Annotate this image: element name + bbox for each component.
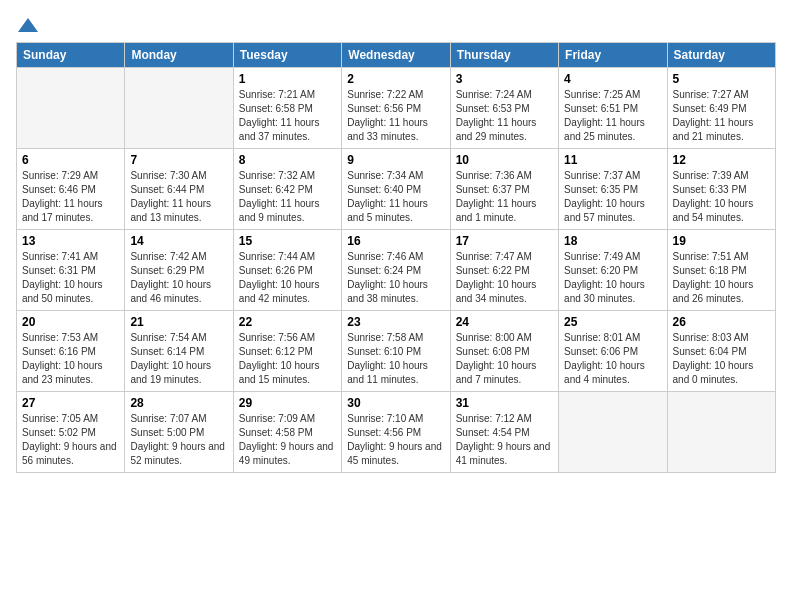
day-number: 16 xyxy=(347,234,444,248)
day-number: 24 xyxy=(456,315,553,329)
calendar-cell: 24Sunrise: 8:00 AM Sunset: 6:08 PM Dayli… xyxy=(450,311,558,392)
logo-bird-icon xyxy=(18,16,38,34)
day-info: Sunrise: 7:29 AM Sunset: 6:46 PM Dayligh… xyxy=(22,169,119,225)
calendar-cell xyxy=(17,68,125,149)
dow-header-saturday: Saturday xyxy=(667,43,775,68)
calendar-cell: 26Sunrise: 8:03 AM Sunset: 6:04 PM Dayli… xyxy=(667,311,775,392)
day-number: 6 xyxy=(22,153,119,167)
calendar-cell: 11Sunrise: 7:37 AM Sunset: 6:35 PM Dayli… xyxy=(559,149,667,230)
calendar-cell: 14Sunrise: 7:42 AM Sunset: 6:29 PM Dayli… xyxy=(125,230,233,311)
calendar-cell: 31Sunrise: 7:12 AM Sunset: 4:54 PM Dayli… xyxy=(450,392,558,473)
day-number: 2 xyxy=(347,72,444,86)
calendar-cell: 28Sunrise: 7:07 AM Sunset: 5:00 PM Dayli… xyxy=(125,392,233,473)
calendar-cell: 17Sunrise: 7:47 AM Sunset: 6:22 PM Dayli… xyxy=(450,230,558,311)
week-row-4: 20Sunrise: 7:53 AM Sunset: 6:16 PM Dayli… xyxy=(17,311,776,392)
day-info: Sunrise: 7:51 AM Sunset: 6:18 PM Dayligh… xyxy=(673,250,770,306)
day-number: 15 xyxy=(239,234,336,248)
day-info: Sunrise: 7:32 AM Sunset: 6:42 PM Dayligh… xyxy=(239,169,336,225)
calendar-cell: 5Sunrise: 7:27 AM Sunset: 6:49 PM Daylig… xyxy=(667,68,775,149)
calendar-cell xyxy=(667,392,775,473)
day-number: 11 xyxy=(564,153,661,167)
day-number: 13 xyxy=(22,234,119,248)
day-number: 9 xyxy=(347,153,444,167)
calendar-cell: 22Sunrise: 7:56 AM Sunset: 6:12 PM Dayli… xyxy=(233,311,341,392)
day-info: Sunrise: 7:34 AM Sunset: 6:40 PM Dayligh… xyxy=(347,169,444,225)
calendar-cell: 6Sunrise: 7:29 AM Sunset: 6:46 PM Daylig… xyxy=(17,149,125,230)
week-row-5: 27Sunrise: 7:05 AM Sunset: 5:02 PM Dayli… xyxy=(17,392,776,473)
day-number: 22 xyxy=(239,315,336,329)
day-number: 3 xyxy=(456,72,553,86)
day-number: 17 xyxy=(456,234,553,248)
calendar-cell: 8Sunrise: 7:32 AM Sunset: 6:42 PM Daylig… xyxy=(233,149,341,230)
day-info: Sunrise: 7:49 AM Sunset: 6:20 PM Dayligh… xyxy=(564,250,661,306)
day-info: Sunrise: 7:36 AM Sunset: 6:37 PM Dayligh… xyxy=(456,169,553,225)
day-info: Sunrise: 7:10 AM Sunset: 4:56 PM Dayligh… xyxy=(347,412,444,468)
day-number: 21 xyxy=(130,315,227,329)
calendar-body: 1Sunrise: 7:21 AM Sunset: 6:58 PM Daylig… xyxy=(17,68,776,473)
calendar-cell xyxy=(559,392,667,473)
week-row-3: 13Sunrise: 7:41 AM Sunset: 6:31 PM Dayli… xyxy=(17,230,776,311)
calendar-cell: 10Sunrise: 7:36 AM Sunset: 6:37 PM Dayli… xyxy=(450,149,558,230)
day-number: 29 xyxy=(239,396,336,410)
calendar-cell: 23Sunrise: 7:58 AM Sunset: 6:10 PM Dayli… xyxy=(342,311,450,392)
day-info: Sunrise: 7:56 AM Sunset: 6:12 PM Dayligh… xyxy=(239,331,336,387)
day-number: 8 xyxy=(239,153,336,167)
calendar-cell: 19Sunrise: 7:51 AM Sunset: 6:18 PM Dayli… xyxy=(667,230,775,311)
day-info: Sunrise: 7:09 AM Sunset: 4:58 PM Dayligh… xyxy=(239,412,336,468)
day-info: Sunrise: 7:42 AM Sunset: 6:29 PM Dayligh… xyxy=(130,250,227,306)
day-number: 14 xyxy=(130,234,227,248)
calendar-cell: 2Sunrise: 7:22 AM Sunset: 6:56 PM Daylig… xyxy=(342,68,450,149)
day-number: 23 xyxy=(347,315,444,329)
day-info: Sunrise: 7:24 AM Sunset: 6:53 PM Dayligh… xyxy=(456,88,553,144)
calendar-cell: 13Sunrise: 7:41 AM Sunset: 6:31 PM Dayli… xyxy=(17,230,125,311)
day-info: Sunrise: 8:01 AM Sunset: 6:06 PM Dayligh… xyxy=(564,331,661,387)
day-info: Sunrise: 8:00 AM Sunset: 6:08 PM Dayligh… xyxy=(456,331,553,387)
calendar-cell: 7Sunrise: 7:30 AM Sunset: 6:44 PM Daylig… xyxy=(125,149,233,230)
calendar-cell: 21Sunrise: 7:54 AM Sunset: 6:14 PM Dayli… xyxy=(125,311,233,392)
day-number: 31 xyxy=(456,396,553,410)
day-number: 25 xyxy=(564,315,661,329)
day-info: Sunrise: 7:21 AM Sunset: 6:58 PM Dayligh… xyxy=(239,88,336,144)
day-number: 5 xyxy=(673,72,770,86)
day-number: 10 xyxy=(456,153,553,167)
day-info: Sunrise: 7:44 AM Sunset: 6:26 PM Dayligh… xyxy=(239,250,336,306)
calendar-cell: 27Sunrise: 7:05 AM Sunset: 5:02 PM Dayli… xyxy=(17,392,125,473)
day-info: Sunrise: 7:46 AM Sunset: 6:24 PM Dayligh… xyxy=(347,250,444,306)
page-header xyxy=(16,16,776,32)
calendar-cell: 30Sunrise: 7:10 AM Sunset: 4:56 PM Dayli… xyxy=(342,392,450,473)
day-info: Sunrise: 7:47 AM Sunset: 6:22 PM Dayligh… xyxy=(456,250,553,306)
calendar-table: SundayMondayTuesdayWednesdayThursdayFrid… xyxy=(16,42,776,473)
day-number: 12 xyxy=(673,153,770,167)
day-number: 19 xyxy=(673,234,770,248)
day-info: Sunrise: 7:30 AM Sunset: 6:44 PM Dayligh… xyxy=(130,169,227,225)
dow-header-sunday: Sunday xyxy=(17,43,125,68)
day-info: Sunrise: 7:12 AM Sunset: 4:54 PM Dayligh… xyxy=(456,412,553,468)
day-number: 30 xyxy=(347,396,444,410)
day-number: 4 xyxy=(564,72,661,86)
day-info: Sunrise: 8:03 AM Sunset: 6:04 PM Dayligh… xyxy=(673,331,770,387)
calendar-cell: 15Sunrise: 7:44 AM Sunset: 6:26 PM Dayli… xyxy=(233,230,341,311)
days-of-week-row: SundayMondayTuesdayWednesdayThursdayFrid… xyxy=(17,43,776,68)
day-info: Sunrise: 7:05 AM Sunset: 5:02 PM Dayligh… xyxy=(22,412,119,468)
calendar-cell: 25Sunrise: 8:01 AM Sunset: 6:06 PM Dayli… xyxy=(559,311,667,392)
day-info: Sunrise: 7:25 AM Sunset: 6:51 PM Dayligh… xyxy=(564,88,661,144)
svg-marker-0 xyxy=(18,18,38,32)
calendar-cell: 20Sunrise: 7:53 AM Sunset: 6:16 PM Dayli… xyxy=(17,311,125,392)
day-number: 28 xyxy=(130,396,227,410)
dow-header-friday: Friday xyxy=(559,43,667,68)
day-number: 7 xyxy=(130,153,227,167)
day-info: Sunrise: 7:22 AM Sunset: 6:56 PM Dayligh… xyxy=(347,88,444,144)
day-info: Sunrise: 7:37 AM Sunset: 6:35 PM Dayligh… xyxy=(564,169,661,225)
day-info: Sunrise: 7:41 AM Sunset: 6:31 PM Dayligh… xyxy=(22,250,119,306)
day-info: Sunrise: 7:39 AM Sunset: 6:33 PM Dayligh… xyxy=(673,169,770,225)
day-info: Sunrise: 7:07 AM Sunset: 5:00 PM Dayligh… xyxy=(130,412,227,468)
day-info: Sunrise: 7:27 AM Sunset: 6:49 PM Dayligh… xyxy=(673,88,770,144)
week-row-1: 1Sunrise: 7:21 AM Sunset: 6:58 PM Daylig… xyxy=(17,68,776,149)
calendar-cell: 29Sunrise: 7:09 AM Sunset: 4:58 PM Dayli… xyxy=(233,392,341,473)
logo xyxy=(16,16,38,32)
day-number: 1 xyxy=(239,72,336,86)
day-number: 18 xyxy=(564,234,661,248)
day-number: 20 xyxy=(22,315,119,329)
calendar-cell: 18Sunrise: 7:49 AM Sunset: 6:20 PM Dayli… xyxy=(559,230,667,311)
calendar-cell xyxy=(125,68,233,149)
